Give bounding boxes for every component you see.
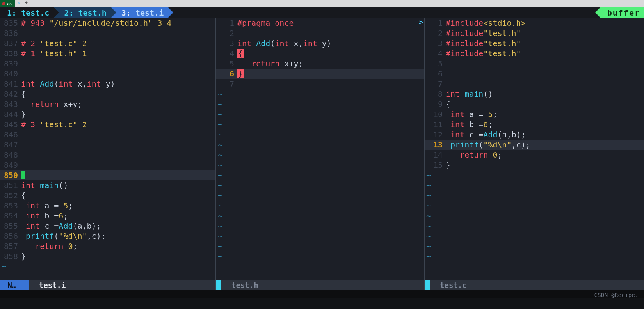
- line-number: 838: [0, 48, 21, 59]
- code-line[interactable]: 847: [0, 140, 215, 150]
- code-line[interactable]: 850: [0, 170, 215, 180]
- line-number: 836: [0, 28, 21, 38]
- code-line[interactable]: 10 int a = 5;: [425, 109, 644, 119]
- empty-line-tilde: [216, 160, 424, 170]
- code-line[interactable]: 8int main(): [425, 89, 644, 99]
- code-line[interactable]: 839: [0, 59, 215, 69]
- tabline-right-badge-text: buffer: [607, 8, 640, 18]
- line-number: 843: [0, 99, 21, 109]
- empty-line-tilde: [216, 99, 424, 109]
- code-line[interactable]: 857 return 0;: [0, 241, 215, 251]
- code-line[interactable]: 2: [216, 28, 424, 38]
- pane-test-c[interactable]: 1#include<stdio.h>2#include"test.h"3#inc…: [425, 18, 644, 290]
- tab-index: 2:: [64, 8, 73, 18]
- code-line[interactable]: 4{: [216, 48, 424, 59]
- code-line[interactable]: 840: [0, 69, 215, 79]
- code-line[interactable]: 838# 1 "test.h" 1: [0, 48, 215, 59]
- code-line[interactable]: 856 printf("%d\n",c);: [0, 231, 215, 241]
- code-line[interactable]: 7: [216, 79, 424, 89]
- empty-line-tilde: [425, 180, 644, 190]
- code-line[interactable]: 846: [0, 130, 215, 140]
- line-number: 842: [0, 89, 21, 99]
- code-line[interactable]: 854 int b =6;: [0, 211, 215, 221]
- code-line[interactable]: 7: [425, 79, 644, 89]
- tab-label: test.h: [78, 8, 107, 18]
- code-line[interactable]: 4#include"test.h": [425, 48, 644, 59]
- line-number: 14: [425, 150, 446, 160]
- pane-test-i[interactable]: 835# 943 "/usr/include/stdio.h" 3 483683…: [0, 18, 216, 290]
- code-content: #include<stdio.h>: [446, 18, 644, 28]
- code-content: {: [237, 48, 424, 59]
- code-line[interactable]: 844}: [0, 109, 215, 119]
- code-line[interactable]: 858}: [0, 251, 215, 261]
- code-line[interactable]: 5: [425, 59, 644, 69]
- tab-index: 3:: [121, 8, 131, 18]
- code-line[interactable]: 6}: [216, 69, 424, 79]
- line-number: 1: [216, 18, 237, 28]
- code-line[interactable]: 1#include<stdio.h>: [425, 18, 644, 28]
- code-line[interactable]: 3#include"test.h": [425, 38, 644, 48]
- buffer-tabline: 1: test.c 2: test.h 3: test.i buffer: [0, 7, 644, 18]
- inactive-mode-indicator: [216, 280, 221, 290]
- code-content: int c =Add(a,b);: [446, 130, 644, 140]
- code-content: # 3 "test.c" 2: [21, 119, 215, 130]
- code-line[interactable]: 6: [425, 69, 644, 79]
- tab-test-c[interactable]: 1: test.c: [0, 7, 54, 18]
- code-line[interactable]: 852{: [0, 190, 215, 201]
- inactive-mode-indicator: [425, 280, 430, 290]
- empty-line-tilde: [425, 201, 644, 211]
- tab-test-h[interactable]: 2: test.h: [54, 7, 111, 18]
- empty-line-tilde: [216, 241, 424, 251]
- code-content: int b =6;: [446, 119, 644, 130]
- command-bar[interactable]: [0, 290, 644, 298]
- pane-test-h[interactable]: 1#pragma once23int Add(int x,int y)4{5 r…: [216, 18, 425, 290]
- code-content: [446, 69, 644, 79]
- code-line[interactable]: 855 int c =Add(a,b);: [0, 221, 215, 231]
- code-line[interactable]: 843 return x+y;: [0, 99, 215, 109]
- tab-test-i[interactable]: 3: test.i: [111, 7, 168, 18]
- code-line[interactable]: 14 return 0;: [425, 150, 644, 160]
- code-content: # 943 "/usr/include/stdio.h" 3 4: [21, 18, 215, 28]
- text-cursor: [21, 171, 25, 179]
- empty-line-tilde: [216, 211, 424, 221]
- tab-index: 1:: [7, 8, 16, 18]
- line-number: 7: [216, 79, 237, 89]
- code-content: int a = 5;: [446, 109, 644, 119]
- code-line[interactable]: 837# 2 "test.c" 2: [0, 38, 215, 48]
- code-content: int b =6;: [21, 211, 215, 221]
- line-number: 2: [216, 28, 237, 38]
- code-line[interactable]: 841int Add(int x,int y): [0, 79, 215, 89]
- code-line[interactable]: 3int Add(int x,int y): [216, 38, 424, 48]
- code-content: #pragma once: [237, 18, 424, 28]
- code-line[interactable]: 849: [0, 160, 215, 170]
- close-dot-icon[interactable]: [2, 2, 5, 5]
- code-content: }: [21, 109, 215, 119]
- editor-area: 835# 943 "/usr/include/stdio.h" 3 483683…: [0, 18, 644, 290]
- code-content: printf("%d\n",c);: [21, 231, 215, 241]
- code-line[interactable]: 851int main(): [0, 180, 215, 190]
- code-line[interactable]: 12 int c =Add(a,b);: [425, 130, 644, 140]
- os-tab[interactable]: as: [0, 0, 15, 7]
- code-line[interactable]: 845# 3 "test.c" 2: [0, 119, 215, 130]
- line-number: 3: [216, 38, 237, 48]
- code-line[interactable]: 2#include"test.h": [425, 28, 644, 38]
- code-content: return 0;: [21, 241, 215, 251]
- code-line[interactable]: 842{: [0, 89, 215, 99]
- code-line[interactable]: 836: [0, 28, 215, 38]
- code-line[interactable]: 1#pragma once: [216, 18, 424, 28]
- tabline-right-badge: buffer: [600, 7, 644, 18]
- code-line[interactable]: 853 int a = 5;: [0, 201, 215, 211]
- os-tab-add-icon[interactable]: +: [23, 0, 30, 7]
- code-line[interactable]: 11 int b =6;: [425, 119, 644, 130]
- code-line[interactable]: 15}: [425, 160, 644, 170]
- code-line[interactable]: 848: [0, 150, 215, 160]
- code-line[interactable]: 835# 943 "/usr/include/stdio.h" 3 4: [0, 18, 215, 28]
- code-content: # 1 "test.h" 1: [21, 48, 215, 59]
- code-content: {: [21, 190, 215, 201]
- code-line[interactable]: 13 printf("%d\n",c);: [425, 140, 644, 150]
- os-tab-close-icon[interactable]: ×: [15, 0, 22, 7]
- code-content: [21, 59, 215, 69]
- code-line[interactable]: 9{: [425, 99, 644, 109]
- code-line[interactable]: 5 return x+y;: [216, 59, 424, 69]
- code-content: }: [446, 160, 644, 170]
